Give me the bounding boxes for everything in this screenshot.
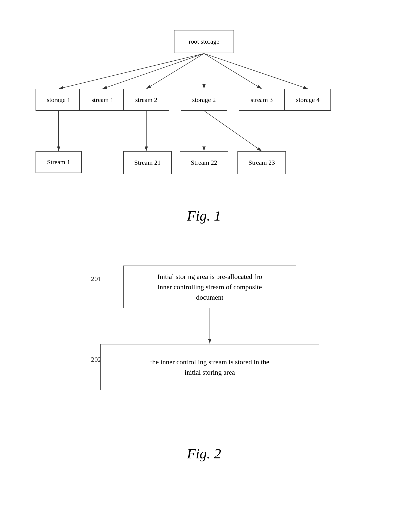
node-stream1-lvl2: Stream 1 <box>35 151 82 173</box>
flow-box-201-text: Initial storing area is pre-allocated fr… <box>157 271 262 303</box>
svg-line-2 <box>102 53 204 89</box>
node-storage2: storage 2 <box>181 89 227 111</box>
node-root-storage: root storage <box>174 30 234 53</box>
node-storage4: storage 4 <box>285 89 331 111</box>
flow-box-202: the inner controlling stream is stored i… <box>100 344 319 390</box>
svg-line-10 <box>204 111 262 151</box>
svg-line-1 <box>59 53 204 89</box>
fig1-container: root storage storage 1 stream 1 stream 2… <box>18 23 390 238</box>
svg-line-3 <box>146 53 204 89</box>
svg-line-5 <box>204 53 262 89</box>
tree-area: root storage storage 1 stream 1 stream 2… <box>31 23 377 198</box>
flowchart-area: 201 Initial storing area is pre-allocate… <box>77 256 331 436</box>
fig2-label: Fig. 2 <box>187 446 221 462</box>
flow-box-201: Initial storing area is pre-allocated fr… <box>123 266 296 308</box>
fig1-label: Fig. 1 <box>187 208 221 224</box>
flow-box-202-text: the inner controlling stream is stored i… <box>150 357 269 377</box>
node-stream21: Stream 21 <box>123 151 172 174</box>
flow-label-201: 201 <box>91 275 101 283</box>
fig2-container: 201 Initial storing area is pre-allocate… <box>18 256 390 476</box>
node-stream2-lvl1: stream 2 <box>123 89 169 111</box>
node-stream1-lvl1: stream 1 <box>79 89 126 111</box>
flow-label-202: 202 <box>91 355 101 363</box>
page: root storage storage 1 stream 1 stream 2… <box>0 0 408 532</box>
node-stream22: Stream 22 <box>180 151 228 174</box>
node-storage1: storage 1 <box>35 89 82 111</box>
node-stream3-lvl1: stream 3 <box>239 89 285 111</box>
svg-line-6 <box>204 53 308 89</box>
node-stream23: Stream 23 <box>238 151 286 174</box>
